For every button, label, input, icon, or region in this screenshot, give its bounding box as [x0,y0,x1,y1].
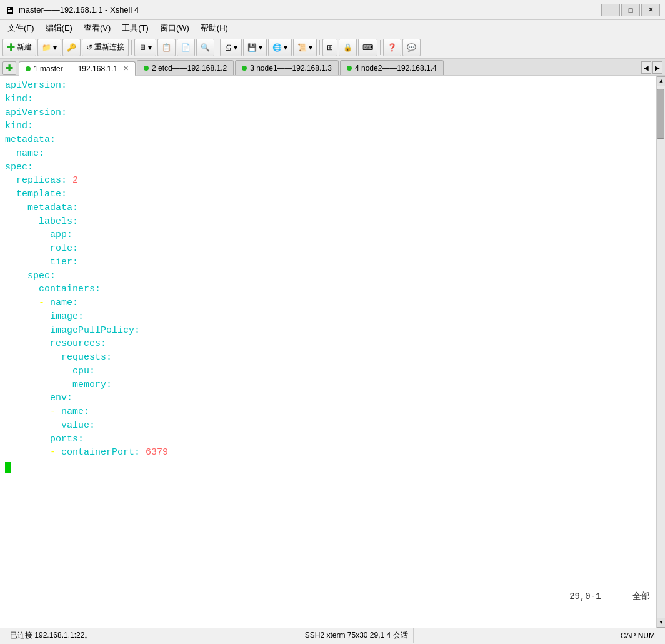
line-9: template: [5,188,651,201]
scrollbar-up-button[interactable]: ▲ [657,76,665,86]
tab-master[interactable]: 1 master——192.168.1.1 ✕ [19,61,136,76]
position-coords: 29,0-1 [569,591,601,601]
position-all: 全部 [632,591,650,601]
line-18: image: docker.io/kubeguide/guestbook-red… [5,310,651,324]
line-cursor [5,460,651,473]
ssh-info: SSH2 xterm 75x30 29,1 4 会话 [305,630,408,641]
key-button[interactable]: 🔑 [62,39,81,56]
line-10: metadata: [5,201,651,215]
tab-label-2: 2 etcd——192.168.1.2 [152,64,227,73]
connection-status: 已连接 192.168.1.1:22。 [10,630,92,641]
new-tab-button[interactable]: ✚ [2,61,16,75]
line-19: imagePullPolicy: IfNotPresent [5,324,651,338]
tab-label-3: 3 node1——192.168.1.3 [250,64,332,73]
line-15: spec: [5,269,651,283]
copy-btn[interactable]: 📋 [158,39,176,56]
security-btn[interactable]: 🔒 [339,39,357,56]
reconnect-icon: ↺ [86,43,92,52]
tab-label-4: 4 node2——192.168.1.4 [355,64,437,73]
scrollbar-thumb[interactable] [657,89,664,139]
menu-help[interactable]: 帮助(H) [196,21,233,35]
tab-indicator-2 [144,66,149,71]
toolbar-sep-1 [131,40,132,55]
tab-label-1: 1 master——192.168.1.1 [34,64,118,73]
folder-icon: 📁 [42,43,51,52]
line-17: - name: slave [5,296,651,310]
tab-etcd[interactable]: 2 etcd——192.168.1.2 [137,60,234,75]
tabs-scroll-right[interactable]: ▶ [652,61,662,74]
maximize-button[interactable]: □ [621,4,640,16]
line-7: spec: [5,161,651,174]
new-tab-icon: ✚ [6,63,13,73]
line-25: - name: GET_HOSTS_FROM [5,405,651,419]
line-21: requests: [5,351,651,365]
minimize-button[interactable]: — [601,4,620,16]
line-28: - containerPort: 6379 [5,446,651,460]
reconnect-button[interactable]: ↺ 重新连接 [82,39,129,56]
layout-btn[interactable]: ⊞ [322,39,338,56]
terminal[interactable]: apiVersion: extensions/v1beta1 kind: Dep… [0,76,656,628]
tab-node1[interactable]: 3 node1——192.168.1.3 [235,60,339,75]
lock-icon: 🔒 [343,43,352,52]
line-3: apiVersion: extensions/v1beta1 [5,106,651,120]
cursor [5,462,11,473]
search-btn[interactable]: 🔍 [196,39,214,56]
window-title: master——192.168.1.1 - Xshell 4 [19,5,139,14]
line-2: kind: Deployment [5,93,651,106]
tab-node2[interactable]: 4 node2——192.168.1.4 [340,60,444,75]
reconnect-label: 重新连接 [94,42,124,53]
transfer-btn[interactable]: 💾 ▾ [243,39,267,56]
menu-bar: 文件(F) 编辑(E) 查看(V) 工具(T) 窗口(W) 帮助(H) [0,20,665,36]
new-icon: ✚ [7,41,15,53]
line-26: value: env [5,419,651,433]
menu-edit[interactable]: 编辑(E) [41,21,78,35]
layout-icon: ⊞ [327,43,333,52]
toolbar-sep-2 [217,40,218,55]
caps-num-status: CAP NUM [621,631,655,640]
line-20: resources: [5,337,651,351]
folder-button[interactable]: 📁 ▾ [38,39,61,56]
key-icon: 🔑 [67,43,76,52]
menu-window[interactable]: 窗口(W) [155,21,194,35]
tab-close-1[interactable]: ✕ [123,64,129,73]
transfer-icon: 💾 [248,43,257,52]
status-bar: 已连接 192.168.1.1:22。 SSH2 xterm 75x30 29,… [0,628,665,643]
tabs-scroll-left[interactable]: ◀ [641,61,651,74]
script-dropdown: ▾ [309,43,312,52]
help-btn[interactable]: ❓ [383,39,401,56]
scrollbar[interactable]: ▲ ▼ [656,76,665,628]
terminal-container: apiVersion: extensions/v1beta1 kind: Dep… [0,76,665,628]
print-btn[interactable]: 🖨 ▾ [220,39,242,56]
line-23: memory: 100Mi [5,378,651,392]
chat-btn[interactable]: 💬 [402,39,421,56]
script-btn[interactable]: 📜 ▾ [293,39,317,56]
window-controls: — □ ✕ [601,4,660,16]
tab-indicator-4 [347,66,352,71]
terminal-btn[interactable]: 🖥 ▾ [134,39,156,56]
menu-tools[interactable]: 工具(T) [117,21,154,35]
folder-dropdown-icon: ▾ [53,43,57,52]
globe-btn[interactable]: 🌐 ▾ [268,39,292,56]
toolbar-sep-3 [319,40,320,55]
tabs-bar: ✚ 1 master——192.168.1.1 ✕ 2 etcd——192.16… [0,59,665,76]
line-16: containers: [5,283,651,296]
keyboard-btn[interactable]: ⌨ [358,39,378,56]
help-icon: ❓ [388,43,397,52]
terminal-icon: 🖥 [139,43,146,52]
keyboard-icon: ⌨ [362,43,373,52]
paste-btn[interactable]: 📄 [177,39,195,56]
transfer-dropdown: ▾ [259,43,262,52]
line-5: metadata: [5,133,651,147]
close-button[interactable]: ✕ [641,4,660,16]
line-6: name: redis-slave [5,147,651,161]
terminal-dropdown: ▾ [148,43,152,52]
status-ssh-info: SSH2 xterm 75x30 29,1 4 会话 [300,628,414,643]
toolbar: ✚ 新建 📁 ▾ 🔑 ↺ 重新连接 🖥 ▾ 📋 📄 🔍 🖨 ▾ 💾 ▾ 🌐 ▾ … [0,36,665,59]
line-11: labels: [5,215,651,229]
menu-view[interactable]: 查看(V) [79,21,116,35]
new-button[interactable]: ✚ 新建 [2,39,36,56]
script-icon: 📜 [298,43,307,52]
scrollbar-down-button[interactable]: ▼ [657,618,665,628]
title-bar-left: 🖥 master——192.168.1.1 - Xshell 4 [5,5,139,15]
menu-file[interactable]: 文件(F) [2,21,39,35]
